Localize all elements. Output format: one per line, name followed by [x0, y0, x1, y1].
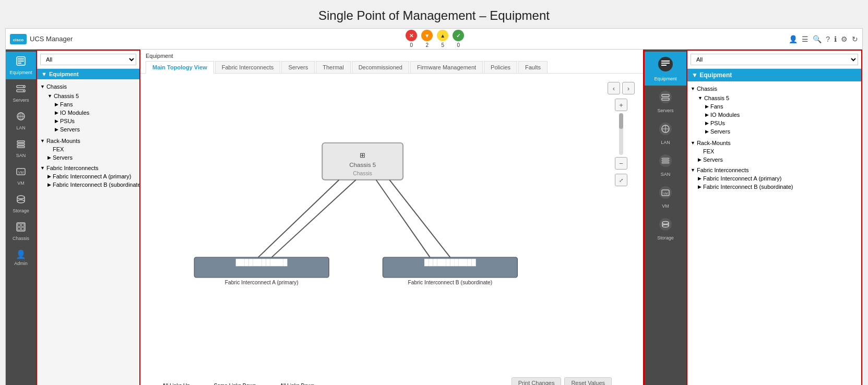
chassis-label: Chassis — [46, 83, 67, 90]
tree-row-rack-mounts[interactable]: ▼ Rack-Mounts — [37, 137, 139, 145]
legend-some-down: Some Links Down — [197, 383, 256, 385]
right-tree-row-fans[interactable]: ▶ Fans — [702, 102, 861, 111]
rack-arrow: ▼ — [40, 138, 45, 143]
sidebar-item-chassis[interactable]: Chassis — [6, 218, 36, 245]
tab-faults[interactable]: Faults — [518, 61, 548, 73]
nav-dropdown[interactable]: All — [40, 54, 136, 65]
right-tree-row-io[interactable]: ▶ IO Modules — [702, 111, 861, 119]
right-fi-a-arrow: ▶ — [698, 176, 701, 181]
tab-policies[interactable]: Policies — [484, 61, 517, 73]
topology-view: ‹ › + − ⤢ ⊞ Chassis 5 Chassis — [140, 74, 643, 385]
info-icon[interactable]: ℹ — [834, 35, 837, 43]
list-icon[interactable]: ☰ — [802, 35, 808, 43]
fi-a-label: Fabric Interconnect A (primary) — [53, 173, 131, 179]
right-sidebar-san[interactable]: SAN — [645, 149, 686, 181]
right-io-label: IO Modules — [710, 112, 740, 118]
right-sidebar-vm[interactable]: VM VM — [645, 181, 686, 213]
reset-values-button[interactable]: Reset Values — [564, 377, 612, 385]
right-tree-row-fex[interactable]: ▶ FEX — [695, 147, 861, 155]
svg-text:VM: VM — [18, 171, 24, 174]
status-minor: ▲ 5 — [437, 30, 448, 48]
tree-row-servers-chassis[interactable]: ▶ Servers — [52, 125, 139, 134]
sidebar-item-servers[interactable]: Servers — [6, 79, 36, 107]
svg-rect-26 — [18, 227, 20, 230]
tab-main-topology[interactable]: Main Topology View — [146, 61, 214, 74]
major-icon[interactable]: ▼ — [421, 30, 433, 41]
tree-item-fabric: ▼ Fabric Interconnects ▶ Fabric Intercon… — [37, 163, 139, 190]
svg-line-38 — [258, 180, 339, 257]
tab-thermal[interactable]: Thermal — [316, 61, 350, 73]
right-tree-row-psus[interactable]: ▶ PSUs — [702, 119, 861, 127]
search-icon[interactable]: 🔍 — [813, 35, 822, 43]
topo-nav-right[interactable]: › — [622, 82, 635, 94]
right-servers-r-arrow: ▶ — [698, 157, 701, 162]
svg-text:████████████: ████████████ — [424, 259, 476, 267]
right-lan-icon — [658, 122, 673, 138]
nav-equipment-header: ▼ Equipment — [37, 69, 139, 79]
sidebar-item-lan[interactable]: LAN — [6, 107, 36, 135]
tree-row-io-modules[interactable]: ▶ IO Modules — [52, 109, 139, 117]
right-nav-dropdown-container: All — [687, 51, 861, 69]
sidebar-item-equipment[interactable]: Equipment — [6, 52, 36, 79]
right-tree-row-chassis5[interactable]: ▼ Chassis 5 — [695, 94, 861, 102]
tab-firmware[interactable]: Firmware Management — [410, 61, 483, 73]
equipment-icon — [16, 56, 26, 68]
right-sidebar-storage[interactable]: Storage — [645, 213, 686, 245]
svg-rect-3 — [18, 58, 24, 59]
right-fabric-children: ▶ Fabric Interconnect A (primary) ▶ Fabr… — [687, 174, 861, 191]
right-tree-row-rack[interactable]: ▼ Rack-Mounts — [687, 139, 861, 147]
right-sidebar-lan[interactable]: LAN — [645, 117, 686, 149]
topo-scroll[interactable] — [619, 113, 623, 155]
tab-servers[interactable]: Servers — [281, 61, 315, 73]
tree-row-chassis[interactable]: ▼ Chassis — [37, 82, 139, 91]
right-chassis-label: Chassis — [697, 86, 717, 92]
nav-dropdown-container: All — [37, 51, 139, 69]
tree-row-servers-rack[interactable]: ▶ Servers — [44, 153, 139, 162]
refresh-icon[interactable]: ↻ — [852, 35, 858, 43]
right-sidebar-equipment[interactable]: Equipment — [645, 52, 686, 86]
right-psus-label: PSUs — [710, 120, 725, 126]
topo-zoom-in[interactable]: + — [615, 99, 627, 111]
minor-icon[interactable]: ▲ — [437, 30, 448, 41]
critical-icon[interactable]: ✕ — [406, 30, 417, 41]
right-tree-row-servers-c[interactable]: ▶ Servers — [702, 127, 861, 136]
right-tree-row-servers-r[interactable]: ▶ Servers — [695, 155, 861, 164]
tree-row-fex[interactable]: ▶ FEX — [44, 145, 139, 153]
print-changes-button[interactable]: Print Changes — [512, 377, 562, 385]
right-sidebar-servers[interactable]: Servers — [645, 86, 686, 117]
tree-row-fi-b[interactable]: ▶ Fabric Interconnect B (subordinate) — [44, 181, 139, 189]
servers-rack-label: Servers — [53, 154, 73, 161]
right-tree-row-chassis[interactable]: ▼ Chassis — [687, 85, 861, 93]
svg-text:Fabric Interconnect A (primary: Fabric Interconnect A (primary) — [225, 280, 299, 285]
sidebar-servers-label: Servers — [13, 98, 29, 103]
tree-row-fans[interactable]: ▶ Fans — [52, 100, 139, 109]
right-chassis5-children: ▶ Fans ▶ IO Modules ▶ PS — [695, 102, 861, 136]
tree-row-fi-a[interactable]: ▶ Fabric Interconnect A (primary) — [44, 172, 139, 181]
right-tree-row-fi-a[interactable]: ▶ Fabric Interconnect A (primary) — [695, 174, 861, 183]
user-icon[interactable]: 👤 — [789, 35, 798, 43]
tree-row-fabric[interactable]: ▼ Fabric Interconnects — [37, 164, 139, 172]
svg-line-41 — [389, 180, 450, 257]
sidebar-item-san[interactable]: SAN — [6, 135, 36, 162]
sidebar-item-admin[interactable]: 👤 Admin — [6, 245, 36, 270]
ok-icon[interactable]: ✓ — [453, 30, 464, 41]
legend-all-down: All Links Down — [263, 383, 314, 385]
sidebar-item-vm[interactable]: VM VM — [6, 162, 36, 190]
tree-row-chassis5[interactable]: ▼ Chassis 5 — [44, 92, 139, 100]
sidebar-item-storage[interactable]: Storage — [6, 190, 36, 218]
right-nav-tree: ▼ Chassis ▼ Chassis 5 — [687, 81, 861, 385]
right-fi-b-label: Fabric Interconnect B (subordinate) — [703, 184, 793, 190]
right-san-icon — [658, 153, 673, 170]
topo-fit[interactable]: ⤢ — [615, 174, 627, 186]
right-tree-row-fi-b[interactable]: ▶ Fabric Interconnect B (subordinate) — [695, 183, 861, 191]
right-panel: Equipment Servers — [643, 50, 862, 385]
tab-fabric-interconnects[interactable]: Fabric Interconnects — [215, 61, 281, 73]
help-icon[interactable]: ? — [826, 35, 830, 43]
tree-row-psus[interactable]: ▶ PSUs — [52, 117, 139, 125]
right-tree-row-fabric[interactable]: ▼ Fabric Interconnects — [687, 166, 861, 174]
topo-zoom-out[interactable]: − — [615, 157, 627, 170]
right-nav-dropdown[interactable]: All — [691, 54, 858, 65]
top-center: ✕ 0 ▼ 2 ▲ 5 ✓ 0 — [81, 30, 789, 48]
settings-icon[interactable]: ⚙ — [841, 35, 848, 43]
tab-decommissioned[interactable]: Decommissioned — [352, 61, 409, 73]
